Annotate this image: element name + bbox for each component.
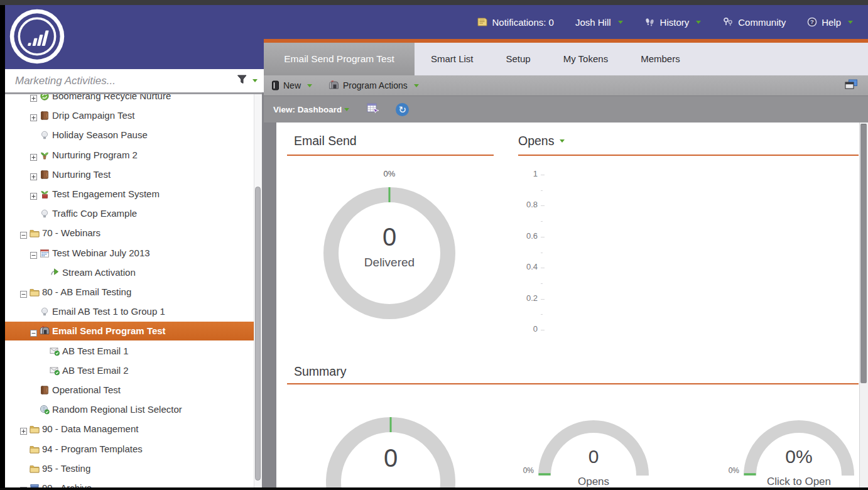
email-send-donut-gauge [317, 181, 462, 325]
expand-icon[interactable] [30, 94, 37, 100]
panel-splitter[interactable] [262, 92, 276, 487]
tree-item-label: Operational Test [52, 381, 121, 400]
tree-item-test-engagement-system[interactable]: Test Engagement System [5, 185, 254, 204]
tree-item-ab-test-email-2[interactable]: AB Test Email 2 [5, 361, 254, 380]
chevron-down-icon [848, 21, 853, 24]
email-send-sub-label: Delivered [345, 256, 433, 270]
tree-item-label: 80 - AB Email Testing [42, 283, 131, 302]
history-menu[interactable]: History [644, 17, 702, 28]
user-label: Josh Hill [575, 17, 611, 28]
tree-item-label: 90 - Data Management [42, 420, 138, 438]
expand-icon[interactable] [20, 426, 27, 433]
tree-item-94-program-templates[interactable]: 94 - Program Templates [5, 440, 254, 459]
tree-item-99-archive[interactable]: 99 - Archive [5, 479, 254, 487]
tree-item-label: 99 - Archive [42, 479, 92, 487]
tree-item-nurturing-program-2[interactable]: Nurturing Program 2 [5, 146, 254, 165]
opens-ytick-minor [541, 253, 543, 253]
expand-icon[interactable] [30, 191, 37, 198]
email-send-section-title: Email Send [294, 134, 357, 148]
tree-item-label: Test Webinar July 2013 [52, 244, 150, 263]
notifications-button[interactable]: Notifications: 0 [477, 17, 554, 28]
tree-item-nurturing-test[interactable]: Nurturing Test [5, 165, 254, 184]
tree-item-label: Traffic Cop Example [52, 204, 137, 223]
user-menu[interactable]: Josh Hill [575, 17, 623, 28]
recycle-icon [40, 94, 50, 101]
tree-item-80-ab-email-testing[interactable]: 80 - AB Email Testing [5, 283, 254, 302]
tree-item-test-webinar-july-2013[interactable]: Test Webinar July 2013 [5, 244, 254, 263]
folder-icon [30, 287, 40, 297]
expand-icon[interactable] [20, 485, 27, 487]
chevron-down-icon [560, 139, 565, 143]
collapse-icon[interactable] [20, 289, 27, 296]
opens-ytick-mark [541, 299, 545, 300]
tree-item-70-webinars[interactable]: 70 - Webinars [5, 224, 254, 242]
tree-item-boomerang-recycle-nurture[interactable]: Boomerang Recycle Nurture [5, 94, 254, 106]
expand-icon[interactable] [30, 152, 37, 159]
chevron-down-icon [618, 21, 623, 24]
lightbulb-icon [40, 130, 50, 140]
folder-icon [30, 464, 40, 474]
program-book-icon [40, 111, 50, 121]
view-toolbar: View: Dashboard ↻ [264, 95, 868, 122]
program-book-icon [40, 385, 50, 395]
opens-ytick-minor [541, 283, 543, 284]
cascade-windows-icon[interactable] [844, 79, 858, 92]
tree-item-drip-campaign-test[interactable]: Drip Campaign Test [5, 106, 254, 125]
tab-my-tokens[interactable]: My Tokens [547, 43, 624, 75]
opens-underline [518, 155, 859, 156]
tree-item-label: AB Test Email 2 [62, 361, 129, 380]
tree-item-random-regional-list-selector[interactable]: Random Regional List Selector [5, 400, 254, 419]
collapse-icon[interactable] [20, 230, 27, 237]
tree-item-operational-test[interactable]: Operational Test [5, 381, 254, 400]
help-icon: ? [807, 17, 817, 27]
window-top-edge [0, 0, 868, 5]
tree-item-ab-test-email-1[interactable]: AB Test Email 1 [5, 342, 254, 361]
opens-ytick-mark [541, 237, 545, 237]
community-button[interactable]: Community [722, 17, 786, 28]
svg-text:?: ? [810, 18, 814, 25]
tab-smart-list[interactable]: Smart List [415, 43, 490, 75]
tree-item-90-data-management[interactable]: 90 - Data Management [5, 420, 254, 438]
content-scrollbar-thumb[interactable] [860, 124, 867, 383]
archive-icon [30, 483, 40, 487]
table-view-icon[interactable] [367, 103, 379, 116]
marketing-activities-search[interactable]: Marketing Activities... [5, 69, 264, 92]
opens-section-dropdown[interactable]: Opens [518, 134, 565, 148]
new-button[interactable]: New [271, 80, 312, 90]
tree-item-email-ab-test-1-to-group-1[interactable]: Email AB Test 1 to Group 1 [5, 302, 254, 321]
marketing-activities-tree: Boomerang Recycle NurtureDrip Campaign T… [5, 94, 254, 487]
tree-item-holiday-season-pause[interactable]: Holiday Season Pause [5, 126, 254, 144]
collapse-icon[interactable] [30, 328, 37, 335]
sidebar-scrollbar-thumb[interactable] [255, 187, 261, 481]
tab-members[interactable]: Members [624, 43, 697, 75]
email-send-value: 0 [358, 223, 421, 251]
expand-icon[interactable] [30, 112, 37, 119]
tab-setup[interactable]: Setup [490, 43, 547, 75]
stream-arrow-icon [50, 268, 60, 278]
opens-ytick-mark [541, 268, 545, 268]
focus-funnel-icon[interactable] [237, 75, 247, 87]
tree-item-label: Email Send Program Test [52, 322, 166, 340]
view-dashboard-dropdown[interactable]: View: Dashboard [273, 105, 349, 114]
tree-item-95-testing[interactable]: 95 - Testing [5, 459, 254, 478]
marketo-logo[interactable] [8, 7, 67, 66]
help-menu[interactable]: ? Help [807, 17, 853, 28]
engagement-plant-icon [40, 189, 50, 199]
collapse-icon[interactable] [30, 250, 37, 257]
dashboard-panel: Email Send 0% 0 Delivered Opens 10.80.60… [276, 122, 859, 487]
expand-icon[interactable] [30, 172, 37, 178]
program-actions-button[interactable]: Program Actions [328, 80, 419, 90]
chevron-down-icon[interactable] [252, 79, 258, 82]
globe-check-icon [40, 405, 50, 415]
plant-icon [40, 150, 50, 160]
opens-ytick-minor [541, 221, 543, 222]
refresh-icon[interactable]: ↻ [396, 103, 409, 116]
email-send-percent-label: 0% [364, 169, 415, 178]
tree-item-label: Holiday Season Pause [52, 126, 148, 144]
tab-email-send-program-test[interactable]: Email Send Program Test [264, 43, 415, 75]
tree-item-stream-activation[interactable]: Stream Activation [5, 263, 254, 282]
folder-icon [30, 444, 40, 454]
tree-item-email-send-program-test[interactable]: Email Send Program Test [5, 322, 254, 340]
lightbulb-icon [40, 209, 50, 219]
tree-item-traffic-cop-example[interactable]: Traffic Cop Example [5, 204, 254, 223]
